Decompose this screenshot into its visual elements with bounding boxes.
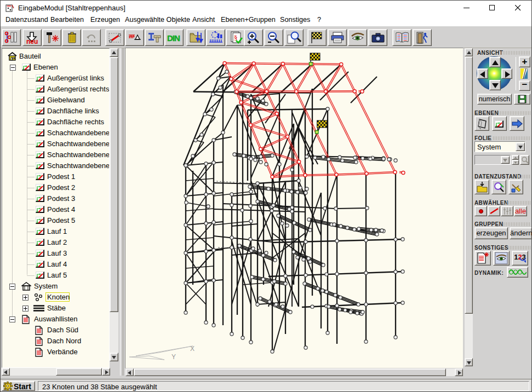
svg-text:DIN: DIN bbox=[167, 33, 180, 43]
svg-text:X: X bbox=[190, 345, 195, 353]
svg-text:neu: neu bbox=[26, 38, 38, 45]
svg-text:Y: Y bbox=[171, 353, 176, 361]
